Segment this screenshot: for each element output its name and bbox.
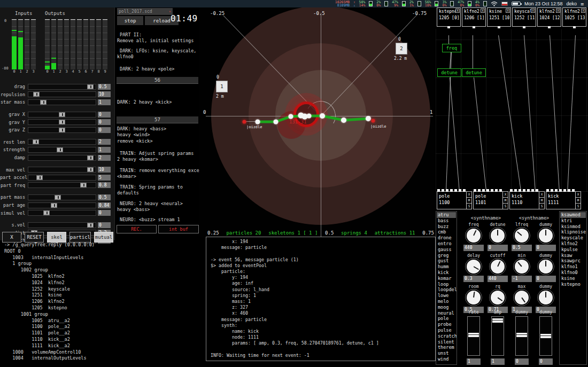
list-item[interactable]: therem [437, 345, 456, 350]
list-item[interactable]: klfno2 [560, 241, 586, 247]
slider-track[interactable] [28, 222, 96, 228]
slider-handle[interactable] [55, 195, 61, 200]
knob[interactable] [539, 229, 553, 243]
particle-dot[interactable] [289, 114, 293, 119]
slider-track[interactable] [28, 84, 96, 90]
mode-button[interactable]: skel [47, 232, 66, 243]
knob[interactable] [539, 291, 553, 304]
close-icon[interactable]: X [467, 192, 471, 198]
fader-track[interactable] [491, 316, 504, 356]
particle-dot[interactable] [320, 113, 325, 119]
close-icon[interactable]: X [576, 192, 581, 198]
event-counter-bar[interactable]: 56 [117, 77, 198, 84]
lfo-node-box[interactable]: ksine X 1251 [10] [487, 7, 511, 27]
solo-button[interactable]: S [503, 204, 508, 209]
particle-dot[interactable] [307, 114, 312, 119]
list-item[interactable]: komar [437, 276, 456, 282]
slider-track[interactable] [28, 182, 96, 188]
list-item[interactable]: unst [437, 350, 456, 356]
knob[interactable] [491, 260, 505, 274]
solo-button[interactable]: S [576, 204, 581, 209]
fader-handle[interactable] [468, 333, 479, 337]
fader-handle[interactable] [492, 318, 503, 323]
list-item[interactable]: atru [437, 212, 456, 218]
slider-handle[interactable] [33, 92, 40, 97]
slider-handle[interactable] [59, 112, 65, 117]
list-item[interactable]: bass [437, 218, 456, 224]
int-buf-button[interactable]: int buf [158, 225, 199, 233]
lfo-node-box[interactable]: klfno2 X 1024 [12] [537, 7, 561, 27]
slider-track[interactable] [28, 210, 96, 216]
synth-node-box[interactable]: pole 1100 X M S [437, 191, 472, 209]
close-icon[interactable]: X [455, 9, 460, 13]
lfo-node-box[interactable]: klfno2 X 1206 [1] [462, 7, 486, 27]
list-item[interactable]: kpulse [560, 247, 586, 253]
lfo-node-box[interactable]: kstepno X 1205 [0] [437, 7, 461, 27]
slider-track[interactable] [28, 155, 96, 161]
fader-handle[interactable] [540, 334, 551, 338]
knob[interactable] [515, 291, 529, 304]
slider-track[interactable] [28, 119, 96, 125]
close-icon[interactable]: X [506, 9, 510, 13]
slider-track[interactable] [28, 202, 96, 208]
list-item[interactable]: ksawprc [560, 258, 586, 264]
detune-mod-box[interactable]: detune [437, 68, 461, 77]
synth-list-right[interactable]: ksawmod ktri ksinmod klipnoise keyscale … [559, 211, 587, 365]
slider-handle[interactable] [43, 210, 50, 215]
list-item[interactable]: pulse [437, 327, 456, 333]
node-tree-terminal[interactable]: -> /g_queryTree.reply (0.0.0.0:0) ROOT 0… [4, 242, 202, 362]
knob[interactable] [467, 260, 481, 274]
list-item[interactable]: neural [437, 310, 456, 316]
list-item[interactable]: kick [437, 270, 456, 276]
mute-button[interactable]: M [539, 198, 544, 204]
close-icon[interactable]: X [531, 9, 535, 13]
flag-pl-icon[interactable] [501, 2, 508, 6]
list-item[interactable]: pole [437, 316, 456, 322]
slider-track[interactable] [28, 99, 96, 105]
fader-track[interactable] [467, 316, 480, 356]
mute-button[interactable]: M [503, 198, 508, 204]
wifi-icon[interactable] [491, 1, 498, 6]
fader-track[interactable] [539, 316, 552, 356]
list-item[interactable]: wind [437, 356, 456, 362]
knob[interactable] [467, 291, 481, 304]
knob[interactable] [539, 260, 553, 274]
list-item[interactable]: greg [437, 253, 456, 259]
list-item[interactable]: ksaw [560, 253, 586, 259]
mute-button[interactable]: M [576, 198, 581, 204]
close-icon[interactable]: X [503, 192, 508, 198]
knob[interactable] [491, 229, 505, 243]
event-counter-bar[interactable]: 57 [117, 116, 198, 123]
list-item[interactable]: kstepno [560, 282, 586, 287]
list-item[interactable]: drone [437, 235, 456, 241]
slider-track[interactable] [28, 175, 96, 181]
list-item[interactable]: moog [437, 304, 456, 310]
knob-value[interactable]: -1 [512, 276, 532, 282]
slider-handle[interactable] [87, 84, 94, 89]
slider-handle[interactable] [87, 155, 94, 160]
stop-button[interactable]: stop [117, 16, 143, 25]
knob[interactable] [491, 291, 505, 304]
slider-track[interactable] [28, 112, 96, 118]
close-icon[interactable]: X [556, 9, 560, 13]
fader-value[interactable]: 1 [491, 358, 505, 365]
list-item[interactable]: cmb [437, 229, 456, 235]
knob-value[interactable]: 0.5 [512, 245, 532, 251]
slider-handle[interactable] [40, 100, 47, 105]
list-item[interactable]: melo [437, 299, 456, 304]
knob[interactable] [515, 229, 529, 243]
list-item[interactable]: lowe [437, 293, 456, 299]
slider-handle[interactable] [57, 147, 63, 152]
slider-handle[interactable] [80, 183, 87, 188]
synth-node-box[interactable]: pole 1101 X M S [473, 191, 508, 209]
solo-button[interactable]: S [467, 204, 471, 209]
solo-button[interactable]: S [539, 204, 544, 209]
slider-track[interactable] [28, 147, 96, 153]
slider-handle[interactable] [87, 223, 94, 228]
particle-dot[interactable] [256, 120, 260, 124]
particle-dot[interactable] [274, 120, 278, 124]
list-item[interactable]: ksawmod [560, 212, 586, 218]
clock[interactable]: Mon 23 Oct 12:58 [524, 1, 563, 6]
list-item[interactable]: loopdel [437, 287, 456, 293]
knob-value[interactable]: 0.3 [463, 276, 484, 282]
